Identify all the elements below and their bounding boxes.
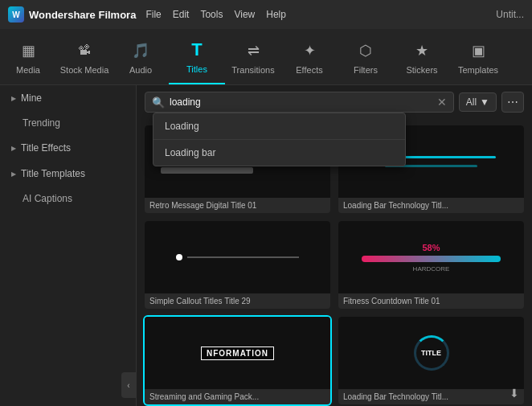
callout-dot bbox=[176, 254, 182, 260]
media-icon: ▦ bbox=[17, 39, 39, 62]
toolbar-media[interactable]: ▦ Media bbox=[0, 29, 56, 84]
sidebar-item-title-effects[interactable]: ▶ Title Effects bbox=[0, 135, 136, 161]
autocomplete-loading-bar-label: Loading bar bbox=[165, 147, 215, 158]
search-clear-button[interactable]: ✕ bbox=[437, 96, 447, 109]
arrow-icon-templates: ▶ bbox=[11, 170, 16, 178]
download-icon[interactable]: ⬇ bbox=[509, 387, 519, 400]
audio-icon: 🎵 bbox=[129, 39, 152, 62]
menu-file[interactable]: File bbox=[145, 9, 161, 20]
sidebar-item-trending[interactable]: Trending bbox=[0, 111, 136, 135]
sidebar-collapse-button[interactable]: ‹ bbox=[121, 372, 136, 398]
toolbar-filters[interactable]: ⬡ Filters bbox=[338, 29, 394, 84]
retro-message-label: Retro Message Digital Title 01 bbox=[145, 198, 330, 213]
stickers-icon: ★ bbox=[411, 39, 433, 62]
filters-icon: ⬡ bbox=[354, 39, 377, 62]
autocomplete-item-loading[interactable]: Loading bbox=[153, 113, 405, 139]
sidebar-title-effects-label: Title Effects bbox=[21, 142, 71, 154]
menu-bar: File Edit Tools View Help bbox=[145, 9, 286, 20]
toolbar-stickers[interactable]: ★ Stickers bbox=[394, 29, 450, 84]
grid-item-simple-callout[interactable]: Simple Callout Titles Title 29 bbox=[145, 221, 330, 309]
main-area: ▶ Mine Trending ▶ Title Effects ▶ Title … bbox=[0, 85, 532, 406]
toolbar-stock-media-label: Stock Media bbox=[60, 65, 109, 75]
loading-bar-tech-label: Loading Bar Technology Titl... bbox=[338, 198, 524, 213]
toolbar: ▦ Media 📽 Stock Media 🎵 Audio T Titles ⇌… bbox=[0, 29, 532, 85]
thumbnail-loading-circle: TITLE bbox=[338, 317, 524, 389]
search-wrapper: 🔍 ✕ Loading Loading bar bbox=[145, 92, 454, 113]
toolbar-effects[interactable]: ✦ Effects bbox=[281, 29, 338, 84]
autocomplete-dropdown: Loading Loading bar bbox=[153, 113, 406, 166]
grid-item-streaming-gaming[interactable]: NFORMATION Streaming and Gaming Pack... bbox=[145, 317, 330, 404]
toolbar-transitions-label: Transitions bbox=[231, 65, 274, 75]
retro-bar-2 bbox=[161, 167, 253, 174]
toolbar-effects-label: Effects bbox=[296, 65, 322, 75]
callout-line bbox=[187, 256, 299, 258]
fitness-bar bbox=[362, 256, 501, 262]
autocomplete-loading-label: Loading bbox=[165, 121, 199, 132]
fitness-sub: HARDCORE bbox=[413, 265, 450, 273]
arrow-icon-effects: ▶ bbox=[11, 145, 16, 152]
sidebar-item-title-templates[interactable]: ▶ Title Templates bbox=[0, 161, 136, 187]
sidebar-title-templates-label: Title Templates bbox=[21, 168, 85, 179]
toolbar-audio-label: Audio bbox=[129, 65, 152, 75]
sidebar-item-ai-captions[interactable]: AI Captions bbox=[0, 187, 136, 211]
collapse-icon: ‹ bbox=[127, 381, 129, 390]
templates-icon: ▣ bbox=[467, 39, 489, 62]
sidebar-mine-label: Mine bbox=[21, 92, 42, 104]
sidebar-item-mine[interactable]: ▶ Mine bbox=[0, 85, 136, 111]
menu-edit[interactable]: Edit bbox=[173, 9, 190, 20]
effects-icon: ✦ bbox=[298, 39, 321, 62]
sidebar-ai-captions-label: AI Captions bbox=[23, 193, 72, 204]
toolbar-titles-label: Titles bbox=[186, 64, 207, 74]
toolbar-transitions[interactable]: ⇌ Transitions bbox=[225, 29, 281, 84]
sidebar: ▶ Mine Trending ▶ Title Effects ▶ Title … bbox=[0, 85, 137, 406]
search-icon: 🔍 bbox=[152, 96, 165, 109]
sidebar-trending-label: Trending bbox=[23, 117, 60, 129]
toolbar-templates-label: Templates bbox=[458, 65, 498, 75]
simple-callout-label: Simple Callout Titles Title 29 bbox=[145, 293, 330, 309]
app-logo: W Wondershare Filmora bbox=[8, 6, 136, 23]
window-title: Untit... bbox=[496, 9, 524, 20]
stream-text: NFORMATION bbox=[201, 347, 274, 360]
toolbar-titles[interactable]: T Titles bbox=[169, 29, 225, 84]
thumbnail-fitness: 58% HARDCORE bbox=[338, 221, 524, 293]
more-options-button[interactable]: ⋯ bbox=[501, 92, 524, 113]
autocomplete-item-loading-bar[interactable]: Loading bar bbox=[153, 139, 405, 166]
menu-tools[interactable]: Tools bbox=[200, 9, 223, 20]
grid-item-fitness-countdown[interactable]: 58% HARDCORE Fitness Countdown Title 01 bbox=[338, 221, 524, 309]
toolbar-stickers-label: Stickers bbox=[406, 65, 437, 75]
search-input-container: 🔍 ✕ bbox=[145, 92, 454, 113]
toolbar-audio[interactable]: 🎵 Audio bbox=[113, 29, 169, 84]
filter-label: All bbox=[466, 96, 477, 108]
search-bar: 🔍 ✕ Loading Loading bar All ▼ bbox=[137, 85, 532, 119]
transitions-icon: ⇌ bbox=[242, 39, 264, 62]
thumbnail-callout bbox=[145, 221, 330, 293]
stock-media-icon: 📽 bbox=[73, 39, 96, 62]
streaming-gaming-label: Streaming and Gaming Pack... bbox=[145, 389, 330, 404]
search-input[interactable] bbox=[170, 96, 432, 108]
loading-bar-tech-2-label: Loading Bar Technology Titl... bbox=[338, 389, 524, 404]
arrow-icon-mine: ▶ bbox=[11, 95, 16, 102]
loading-circle-title: TITLE bbox=[421, 349, 441, 357]
titlebar: W Wondershare Filmora File Edit Tools Vi… bbox=[0, 0, 532, 29]
content-area: 🔍 ✕ Loading Loading bar All ▼ bbox=[137, 85, 532, 406]
logo-icon: W bbox=[8, 6, 24, 23]
thumbnail-streaming: NFORMATION bbox=[145, 317, 330, 389]
fitness-pct: 58% bbox=[422, 243, 440, 252]
filter-dropdown[interactable]: All ▼ bbox=[459, 92, 497, 112]
grid-item-loading-bar-tech-2[interactable]: TITLE Loading Bar Technology Titl... ⬇ bbox=[338, 317, 524, 404]
app-name: Wondershare Filmora bbox=[29, 9, 136, 21]
toolbar-stock-media[interactable]: 📽 Stock Media bbox=[56, 29, 113, 84]
menu-view[interactable]: View bbox=[234, 9, 255, 20]
toolbar-templates[interactable]: ▣ Templates bbox=[450, 29, 506, 84]
titles-icon: T bbox=[186, 39, 208, 61]
toolbar-media-label: Media bbox=[16, 65, 40, 75]
menu-help[interactable]: Help bbox=[266, 9, 286, 20]
more-icon: ⋯ bbox=[507, 96, 518, 109]
toolbar-filters-label: Filters bbox=[354, 65, 378, 75]
fitness-countdown-label: Fitness Countdown Title 01 bbox=[338, 293, 524, 309]
items-grid: Retro Message Digital Title 01 Loading B… bbox=[145, 125, 524, 404]
chevron-down-icon: ▼ bbox=[480, 96, 489, 108]
